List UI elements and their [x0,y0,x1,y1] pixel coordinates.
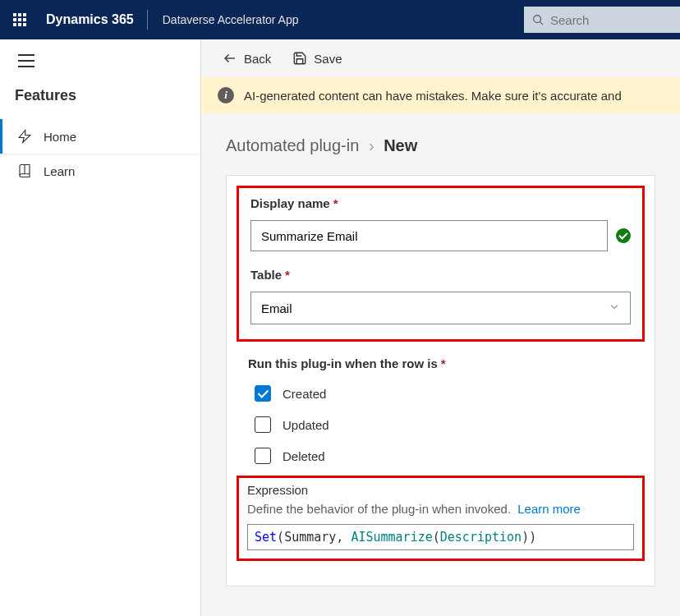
learn-more-link[interactable]: Learn more [517,502,581,516]
sidebar-item-home[interactable]: Home [0,119,200,154]
sidebar-item-label: Home [44,130,76,144]
svg-line-1 [540,22,543,25]
highlight-box-expression: Expression Define the behavior of the pl… [237,476,645,561]
display-name-input[interactable] [250,220,608,251]
save-icon [292,51,307,66]
back-button[interactable]: Back [223,51,271,66]
chevron-right-icon: › [369,136,374,154]
table-select[interactable] [250,292,631,324]
svg-marker-2 [19,131,30,143]
table-select-value[interactable] [250,292,631,324]
lightning-icon [17,129,34,144]
search-box[interactable] [524,7,680,33]
form-panel: Display name* Table* [226,175,655,586]
search-icon [532,13,544,26]
banner-text: AI-generated content can have mistakes. … [244,89,622,103]
trigger-created-checkbox[interactable] [255,385,271,402]
run-when-label: Run this plug-in when the row is* [248,356,633,370]
display-name-label: Display name* [250,196,631,210]
sidebar: Features Home Learn [0,39,201,616]
hamburger-button[interactable] [0,39,200,82]
main-content: Back Save i AI-generated content can hav… [201,39,680,616]
trigger-updated-row: Updated [255,416,633,433]
command-bar: Back Save [201,39,680,77]
sidebar-item-label: Learn [44,164,75,178]
arrow-left-icon [223,51,237,66]
trigger-deleted-row: Deleted [255,448,633,464]
info-banner: i AI-generated content can have mistakes… [201,77,680,113]
info-icon: i [218,87,234,103]
app-title: Dataverse Accelerator App [148,13,314,26]
trigger-updated-label: Updated [283,418,329,432]
expression-editor[interactable]: Set(Summary, AISummarize(Description)) [247,524,634,550]
top-nav-bar: Dynamics 365 Dataverse Accelerator App [0,0,680,39]
hamburger-icon [18,54,182,67]
back-label: Back [244,52,271,66]
svg-point-0 [534,16,541,23]
breadcrumb: Automated plug-in › New [226,136,655,155]
trigger-created-label: Created [283,387,326,401]
trigger-deleted-label: Deleted [283,449,325,463]
expression-title: Expression [247,483,634,497]
expression-description: Define the behavior of the plug-in when … [247,502,634,516]
checkmark-icon [616,228,631,243]
highlight-box-top: Display name* Table* [237,186,645,342]
sidebar-heading: Features [0,82,200,119]
brand-label: Dynamics 365 [39,12,147,27]
table-label: Table* [250,268,631,282]
save-button[interactable]: Save [292,51,342,66]
breadcrumb-current: New [384,136,417,154]
breadcrumb-parent[interactable]: Automated plug-in [226,136,359,154]
search-input[interactable] [550,13,672,27]
app-launcher-button[interactable] [0,0,39,39]
save-label: Save [314,52,342,66]
sidebar-item-learn[interactable]: Learn [0,154,200,188]
trigger-deleted-checkbox[interactable] [255,448,271,464]
trigger-updated-checkbox[interactable] [255,416,271,433]
trigger-created-row: Created [255,385,633,402]
waffle-icon [13,13,26,26]
book-icon [17,163,34,178]
